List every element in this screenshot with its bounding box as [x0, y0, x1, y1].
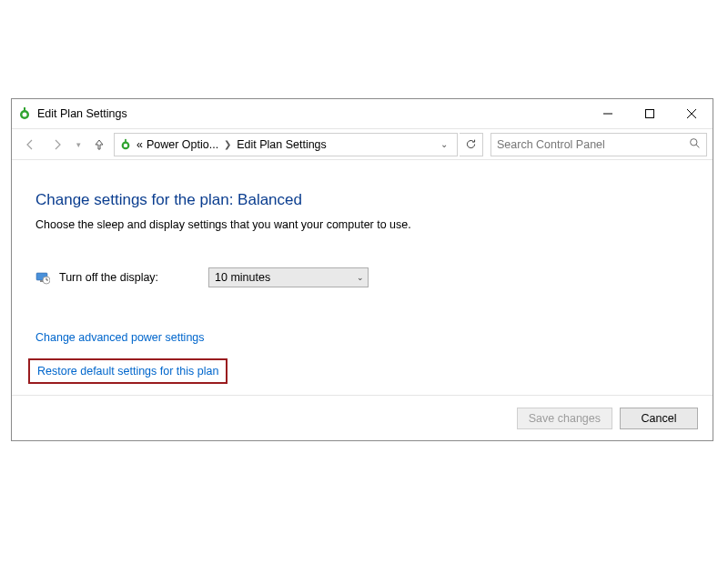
recent-locations-button[interactable]: ▾	[72, 132, 85, 157]
power-options-icon	[17, 106, 32, 121]
svg-point-2	[23, 113, 27, 117]
title-bar: Edit Plan Settings	[12, 99, 713, 128]
breadcrumb-dropdown-icon[interactable]: ⌄	[435, 139, 453, 149]
content-area: Change settings for the plan: Balanced C…	[12, 160, 713, 395]
svg-point-10	[691, 138, 697, 145]
refresh-button[interactable]	[460, 133, 483, 156]
cancel-button[interactable]: Cancel	[620, 408, 698, 429]
page-heading: Change settings for the plan: Balanced	[35, 191, 689, 209]
breadcrumb-prefix: «	[136, 138, 143, 151]
svg-rect-4	[646, 110, 654, 118]
chevron-right-icon[interactable]: ❯	[222, 139, 233, 149]
footer: Save changes Cancel	[12, 395, 713, 440]
back-button[interactable]	[17, 132, 43, 157]
restore-highlight: Restore default settings for this plan	[28, 358, 228, 384]
up-button[interactable]	[86, 132, 112, 157]
minimize-button[interactable]	[587, 99, 629, 128]
power-options-icon	[118, 137, 133, 152]
search-icon[interactable]	[689, 137, 701, 152]
svg-point-9	[124, 143, 127, 146]
window-title: Edit Plan Settings	[37, 107, 127, 120]
display-timeout-select[interactable]: 10 minutes ⌄	[208, 267, 369, 287]
search-box[interactable]	[490, 133, 707, 156]
display-timeout-label: Turn off the display:	[59, 271, 199, 284]
forward-button[interactable]	[45, 132, 70, 157]
restore-defaults-link[interactable]: Restore default settings for this plan	[37, 365, 218, 378]
close-button[interactable]	[671, 99, 713, 128]
edit-plan-window: Edit Plan Settings ▾	[11, 98, 713, 441]
display-timeout-value: 10 minutes	[215, 271, 270, 284]
breadcrumb[interactable]: « Power Optio... ❯ Edit Plan Settings ⌄	[114, 133, 458, 156]
breadcrumb-item[interactable]: Edit Plan Settings	[237, 138, 327, 151]
chevron-down-icon: ⌄	[357, 273, 364, 282]
maximize-button[interactable]	[629, 99, 671, 128]
display-timeout-row: Turn off the display: 10 minutes ⌄	[35, 267, 689, 287]
svg-rect-1	[24, 107, 25, 113]
advanced-settings-link[interactable]: Change advanced power settings	[35, 331, 689, 344]
address-bar: ▾ « Power Optio... ❯ Edit Plan Settings …	[12, 128, 713, 159]
save-button: Save changes	[517, 408, 612, 429]
search-input[interactable]	[497, 138, 689, 151]
breadcrumb-item[interactable]: Power Optio...	[147, 138, 218, 151]
page-subtext: Choose the sleep and display settings th…	[35, 218, 689, 231]
svg-rect-8	[125, 138, 126, 143]
display-icon	[35, 270, 50, 285]
svg-line-11	[696, 145, 699, 147]
